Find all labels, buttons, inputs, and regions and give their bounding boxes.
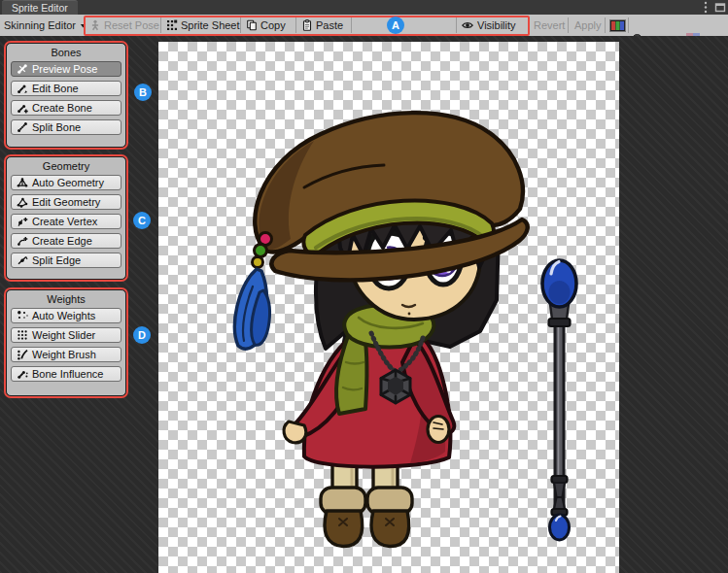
toolbar-divider	[628, 17, 629, 33]
bones-panel-outline: Bones Preview Pose Edit Bone Create Bone	[4, 41, 128, 150]
character-sprite[interactable]	[234, 113, 527, 546]
geometry-panel: Geometry Auto Geometry Edit Geometry Cre…	[6, 156, 126, 280]
edit-bone-icon	[17, 83, 28, 94]
geometry-panel-title: Geometry	[11, 160, 121, 172]
split-bone-button[interactable]: Split Bone	[11, 119, 121, 135]
toolbar-divider	[295, 17, 296, 33]
rgb-icon	[609, 19, 626, 32]
create-vertex-button[interactable]: Create Vertex	[11, 214, 121, 229]
skinning-editor-label: Skinning Editor	[4, 19, 76, 31]
create-bone-icon	[17, 102, 28, 114]
window-titlebar: Sprite Editor	[0, 0, 728, 15]
tab-title: Sprite Editor	[12, 2, 68, 14]
sprite-sheet-icon	[166, 19, 178, 31]
create-vertex-icon	[17, 216, 28, 227]
toolbar-divider	[456, 17, 457, 33]
paste-icon	[301, 19, 313, 31]
weights-panel: Weights Auto Weights Weight Slider Weigh…	[6, 289, 126, 396]
weight-slider-icon	[17, 329, 28, 341]
bones-panel: Bones Preview Pose Edit Bone Create Bone	[6, 43, 126, 148]
annotation-a: A	[387, 17, 404, 34]
edit-geometry-button[interactable]: Edit Geometry	[11, 194, 121, 210]
skinning-editor-dropdown[interactable]: Skinning Editor	[4, 15, 87, 36]
create-edge-button[interactable]: Create Edge	[11, 233, 121, 249]
kebab-menu-icon[interactable]	[704, 1, 708, 14]
canvas-art	[158, 42, 619, 573]
annotation-c: C	[133, 212, 151, 229]
weight-slider-button[interactable]: Weight Slider	[11, 327, 121, 343]
create-edge-icon	[17, 235, 28, 247]
annotation-d: D	[133, 326, 151, 344]
sprite-editor-tab[interactable]: Sprite Editor	[2, 0, 78, 15]
geometry-panel-outline: Geometry Auto Geometry Edit Geometry Cre…	[4, 154, 128, 282]
bone-influence-icon	[17, 368, 28, 380]
weights-panel-outline: Weights Auto Weights Weight Slider Weigh…	[4, 287, 128, 398]
preview-pose-button[interactable]: Preview Pose	[11, 61, 121, 77]
visibility-button[interactable]: Visibility	[461, 15, 516, 36]
copy-button[interactable]: Copy	[246, 15, 286, 36]
edit-bone-button[interactable]: Edit Bone	[11, 81, 121, 96]
edit-geometry-icon	[17, 196, 28, 208]
apply-button[interactable]: Apply	[574, 15, 602, 36]
chevron-down-icon	[79, 21, 87, 30]
staff-sprite[interactable]	[542, 260, 576, 540]
split-edge-icon	[17, 254, 28, 266]
weight-brush-button[interactable]: Weight Brush	[11, 347, 121, 362]
copy-icon	[246, 19, 258, 31]
split-edge-button[interactable]: Split Edge	[11, 253, 121, 268]
rgb-toggle-button[interactable]	[609, 15, 626, 36]
toolbar-divider	[240, 17, 241, 33]
create-bone-button[interactable]: Create Bone	[11, 100, 121, 116]
reset-pose-button[interactable]: Reset Pose	[89, 15, 159, 36]
toolbar: Skinning Editor Reset Pose Sprite Sheet …	[0, 15, 728, 37]
auto-geometry-button[interactable]: Auto Geometry	[11, 175, 121, 190]
eye-icon	[461, 19, 474, 31]
annotation-b: B	[134, 84, 152, 101]
weights-panel-title: Weights	[11, 293, 121, 305]
toolbar-divider	[351, 17, 352, 33]
sprite-sheet-button[interactable]: Sprite Sheet	[166, 15, 240, 36]
toolbar-divider	[568, 17, 569, 33]
sprite-canvas[interactable]	[158, 42, 619, 573]
toolbar-divider	[160, 17, 161, 33]
split-bone-icon	[17, 121, 28, 133]
bones-panel-title: Bones	[11, 47, 121, 58]
pose-icon	[89, 19, 101, 31]
auto-weights-button[interactable]: Auto Weights	[11, 308, 121, 323]
revert-button[interactable]: Revert	[534, 15, 565, 36]
editor-content: Bones Preview Pose Edit Bone Create Bone	[0, 36, 728, 573]
auto-weights-icon	[17, 310, 28, 321]
bone-influence-button[interactable]: Bone Influence	[11, 366, 121, 382]
preview-pose-icon	[17, 63, 28, 75]
maximize-icon[interactable]	[714, 2, 726, 13]
paste-button[interactable]: Paste	[301, 15, 343, 36]
auto-geometry-icon	[17, 177, 28, 188]
weight-brush-icon	[17, 349, 28, 360]
toolbar-divider	[605, 17, 606, 33]
